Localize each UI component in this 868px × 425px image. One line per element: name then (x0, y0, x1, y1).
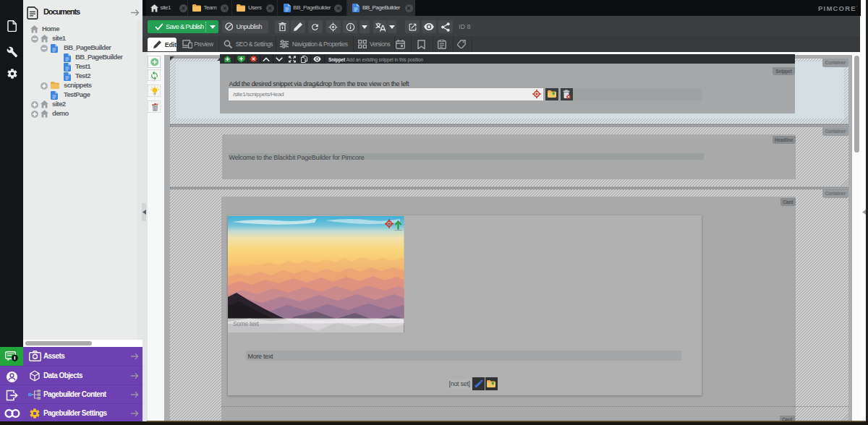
svg-text:Some text: Some text (233, 319, 260, 327)
